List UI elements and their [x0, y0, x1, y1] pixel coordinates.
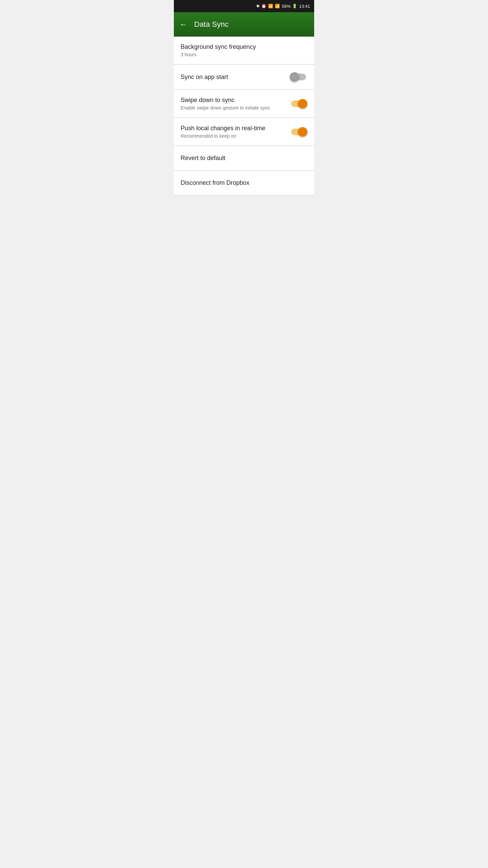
app-bar: ← Data Sync: [174, 12, 314, 37]
status-icons: ✱ ⏰ 📶 📶 56% 🔋 13:41: [256, 4, 310, 9]
background-sync-text: Background sync frequency 3 hours: [181, 43, 307, 57]
battery-icon: 🔋: [292, 4, 297, 8]
background-sync-subtitle: 3 hours: [181, 52, 307, 57]
bluetooth-icon: ✱: [256, 4, 260, 8]
swipe-down-sync-title: Swipe down to sync: [181, 97, 290, 104]
sync-on-start-toggle[interactable]: [290, 72, 307, 82]
status-bar: ✱ ⏰ 📶 📶 56% 🔋 13:41: [174, 0, 314, 12]
swipe-down-sync-subtitle: Enable swipe down gesture to initiate sy…: [181, 105, 290, 111]
disconnect-dropbox-title: Disconnect from Dropbox: [181, 179, 307, 186]
sync-on-start-title: Sync on app start: [181, 74, 290, 81]
sync-on-start-text: Sync on app start: [181, 74, 290, 81]
swipe-down-sync-thumb: [298, 99, 307, 108]
revert-default-item[interactable]: Revert to default: [174, 146, 314, 171]
swipe-down-sync-item[interactable]: Swipe down to sync Enable swipe down ges…: [174, 90, 314, 118]
push-local-changes-title: Push local changes in real-time: [181, 125, 290, 132]
sync-on-start-item[interactable]: Sync on app start: [174, 65, 314, 90]
page-title: Data Sync: [194, 20, 229, 29]
revert-default-title: Revert to default: [181, 155, 307, 162]
push-local-changes-thumb: [298, 127, 307, 137]
swipe-down-sync-toggle[interactable]: [290, 98, 307, 109]
settings-content: Background sync frequency 3 hours Sync o…: [174, 37, 314, 196]
clock: 13:41: [299, 4, 310, 9]
push-local-changes-text: Push local changes in real-time Recommen…: [181, 125, 290, 139]
push-local-changes-subtitle: Recommended to keep on: [181, 133, 290, 139]
background-sync-item[interactable]: Background sync frequency 3 hours: [174, 37, 314, 64]
alarm-icon: ⏰: [261, 4, 266, 8]
disconnect-dropbox-item[interactable]: Disconnect from Dropbox: [174, 171, 314, 195]
push-local-changes-item[interactable]: Push local changes in real-time Recommen…: [174, 118, 314, 146]
divider-6: [174, 195, 314, 196]
swipe-down-sync-text: Swipe down to sync Enable swipe down ges…: [181, 97, 290, 111]
battery-percent: 56%: [282, 4, 290, 9]
signal-icon: 📶: [275, 4, 280, 8]
revert-default-text: Revert to default: [181, 155, 307, 162]
push-local-changes-toggle[interactable]: [290, 126, 307, 137]
disconnect-dropbox-text: Disconnect from Dropbox: [181, 179, 307, 186]
background-sync-title: Background sync frequency: [181, 43, 307, 51]
back-button[interactable]: ←: [179, 20, 187, 29]
sync-on-start-thumb: [290, 72, 299, 82]
wifi-icon: 📶: [268, 4, 273, 8]
